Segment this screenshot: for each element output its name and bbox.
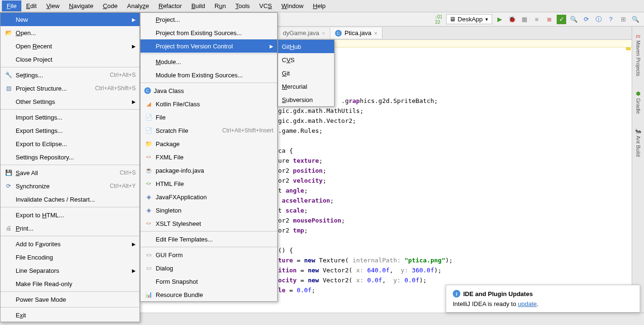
file-close-project[interactable]: Close Project: [0, 53, 140, 66]
notification-popup: i IDE and Plugin Updates IntelliJ IDEA i…: [446, 285, 640, 313]
check-icon[interactable]: ✓: [557, 15, 566, 24]
file-icon: 📄: [144, 113, 153, 121]
new-singleton[interactable]: ◈Singleton: [140, 204, 277, 217]
save-icon: 💾: [4, 168, 13, 177]
new-project-vcs[interactable]: Project from Version Control▶: [140, 39, 277, 53]
singleton-icon: ◈: [144, 206, 153, 214]
class-icon: C: [335, 30, 342, 37]
new-package-info[interactable]: ☕package-info.java: [140, 164, 277, 177]
menu-run[interactable]: Run: [210, 0, 231, 11]
chevron-right-icon: ▶: [132, 99, 136, 104]
window-icon[interactable]: ⊞: [618, 15, 628, 24]
menu-edit[interactable]: Edit: [21, 0, 41, 11]
file-export-html[interactable]: Export to HTML...: [0, 208, 140, 222]
new-resource-bundle[interactable]: 📊Resource Bundle: [140, 288, 277, 301]
file-add-favorites[interactable]: Add to Favorites▶: [0, 237, 140, 251]
menu-refactor[interactable]: Refactor: [154, 0, 187, 11]
file-project-structure[interactable]: ▤ Project Structure... Ctrl+Alt+Shift+S: [0, 82, 140, 95]
debug-icon[interactable]: 🐞: [507, 15, 517, 24]
new-java-class[interactable]: CJava Class: [140, 84, 277, 97]
menu-code[interactable]: Code: [98, 0, 122, 11]
file-open-recent[interactable]: Open Recent ▶: [0, 39, 140, 53]
file-exit[interactable]: Exit: [0, 308, 140, 322]
stop-icon[interactable]: ■: [532, 15, 541, 24]
new-project[interactable]: Project...: [140, 13, 277, 26]
new-kotlin[interactable]: ◢Kotlin File/Class: [140, 97, 277, 111]
find-icon[interactable]: 🔍: [631, 15, 640, 24]
tool-maven[interactable]: m Maven Projects: [635, 30, 642, 79]
new-xslt[interactable]: <>XSLT Stylesheet: [140, 217, 277, 230]
search-icon[interactable]: 🔍: [569, 15, 579, 24]
file-save-all[interactable]: 💾 Save All Ctrl+S: [0, 166, 140, 179]
new-package[interactable]: 📁Package: [140, 137, 277, 150]
file-export-eclipse[interactable]: Export to Eclipse...: [0, 137, 140, 150]
tab-ptica[interactable]: C Ptica.java ×: [330, 28, 383, 38]
info-icon: i: [453, 290, 460, 297]
new-javafx-app[interactable]: ◈JavaFXApplication: [140, 190, 277, 204]
wrench-icon: 🔧: [4, 71, 13, 79]
menu-build[interactable]: Build: [187, 0, 210, 11]
menu-help[interactable]: Help: [308, 0, 330, 11]
vcs-github[interactable]: GitHub: [278, 40, 334, 53]
file-encoding[interactable]: File Encoding: [0, 251, 140, 264]
list-icon[interactable]: ≣: [544, 15, 554, 24]
new-form-snapshot[interactable]: Form Snapshot: [140, 275, 277, 288]
new-file[interactable]: 📄File: [140, 111, 277, 124]
chevron-right-icon: ▶: [132, 268, 136, 273]
close-icon[interactable]: ×: [322, 30, 325, 36]
file-settings-repository[interactable]: Settings Repository...: [0, 150, 140, 164]
run-icon[interactable]: ▶: [495, 15, 504, 24]
printer-icon: 🖨: [4, 224, 13, 232]
new-fxml[interactable]: <>FXML File: [140, 150, 277, 164]
new-scratch[interactable]: 📄Scratch FileCtrl+Alt+Shift+Insert: [140, 124, 277, 137]
new-html[interactable]: <>HTML File: [140, 177, 277, 190]
menu-analyze[interactable]: Analyze: [122, 0, 154, 11]
run-config-label: DeskApp: [457, 16, 483, 23]
blank-icon: [4, 15, 13, 24]
menu-vcs[interactable]: VCS: [254, 0, 277, 11]
coverage-icon[interactable]: ▦: [520, 15, 529, 24]
file-settings[interactable]: 🔧 Settings... Ctrl+Alt+S: [0, 68, 140, 82]
file-invalidate-caches[interactable]: Invalidate Caches / Restart...: [0, 193, 140, 206]
menu-view[interactable]: View: [41, 0, 64, 11]
new-module[interactable]: Module...: [140, 55, 277, 68]
package-icon: 📁: [144, 139, 153, 148]
file-power-save[interactable]: Power Save Mode: [0, 293, 140, 306]
menu-separator: [140, 54, 277, 54]
help-icon[interactable]: ?: [606, 15, 616, 24]
vcs-git[interactable]: Git: [278, 66, 334, 80]
binary-icon[interactable]: ↓0110: [434, 15, 443, 24]
file-make-readonly[interactable]: Make File Read-only: [0, 277, 140, 290]
vcs-cvs[interactable]: CVS: [278, 53, 334, 66]
gutter-warning-mark[interactable]: [626, 47, 631, 50]
update-link[interactable]: update: [518, 300, 537, 307]
java-icon: ☕: [144, 166, 153, 175]
menu-navigate[interactable]: Navigate: [64, 0, 98, 11]
file-new[interactable]: New ▶: [0, 13, 140, 26]
tool-ant[interactable]: 🐜 Ant Build: [634, 125, 643, 159]
tab-hidden[interactable]: dyGame.java ×: [278, 28, 330, 38]
new-dialog[interactable]: ▭Dialog: [140, 261, 277, 275]
info-icon[interactable]: ⓘ: [594, 15, 603, 24]
reload-icon[interactable]: ⟳: [581, 15, 591, 24]
new-module-existing[interactable]: Module from Existing Sources...: [140, 68, 277, 82]
new-edit-templates[interactable]: Edit File Templates...: [140, 232, 277, 246]
file-export-settings[interactable]: Export Settings...: [0, 124, 140, 137]
file-open[interactable]: 📂 Open...: [0, 26, 140, 39]
menu-tools[interactable]: Tools: [231, 0, 254, 11]
vcs-mercurial[interactable]: Mercurial: [278, 80, 334, 93]
vcs-subversion[interactable]: Subversion: [278, 93, 334, 106]
file-other-settings[interactable]: Other Settings ▶: [0, 95, 140, 108]
new-project-existing[interactable]: Project from Existing Sources...: [140, 26, 277, 39]
new-gui-form[interactable]: ▭GUI Form: [140, 248, 277, 261]
close-icon[interactable]: ×: [374, 30, 377, 36]
file-line-separators[interactable]: Line Separators▶: [0, 264, 140, 277]
run-config-selector[interactable]: 🖥 DeskApp ▼: [446, 14, 492, 24]
file-print[interactable]: 🖨 Print...: [0, 222, 140, 235]
menu-separator: [0, 291, 140, 292]
menu-file[interactable]: File: [2, 0, 21, 11]
menu-window[interactable]: Window: [277, 0, 308, 11]
file-synchronize[interactable]: ⟳ Synchronize Ctrl+Alt+Y: [0, 179, 140, 193]
file-import-settings[interactable]: Import Settings...: [0, 111, 140, 124]
tool-gradle[interactable]: ⬢ Gradle: [635, 88, 642, 117]
